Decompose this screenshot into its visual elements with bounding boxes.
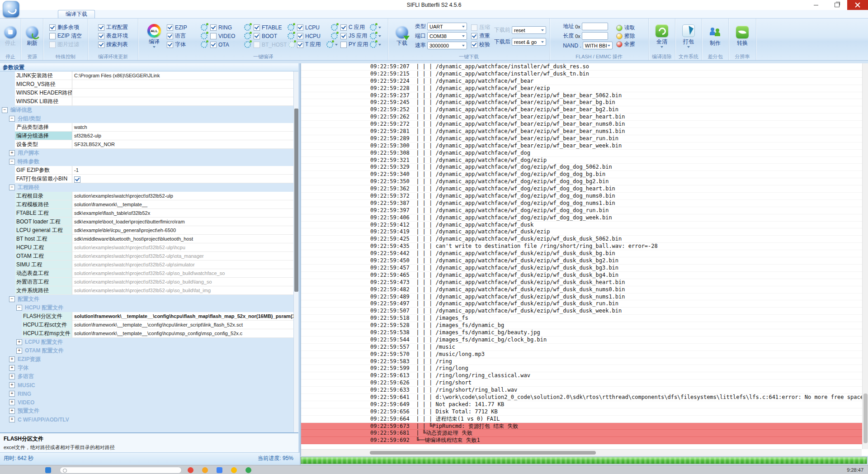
taskbar-app-icon[interactable] [188, 467, 193, 473]
property-value[interactable]: sdk\example\ble\lcpu_general\project\eh-… [72, 226, 293, 235]
checkbox-box[interactable] [297, 42, 303, 48]
checkbox-box[interactable] [167, 42, 173, 48]
expand-icon[interactable]: + [9, 399, 15, 405]
gear-settings-icon[interactable] [331, 24, 338, 31]
maximize-button[interactable] [826, 0, 847, 10]
property-label[interactable]: HCPU工程sct文件 [22, 321, 72, 329]
property-label[interactable]: MICRO_VS路径 [15, 80, 72, 89]
checkbox-item-OTA[interactable]: OTA [209, 40, 252, 49]
download-button[interactable]: 下载 [392, 25, 412, 47]
make-button[interactable]: 制作 [705, 25, 726, 47]
gear-settings-icon[interactable] [370, 41, 377, 48]
led-action-读取[interactable]: 读取 [616, 24, 635, 32]
property-value[interactable] [72, 97, 293, 106]
property-label[interactable]: BT host 工程 [15, 235, 72, 243]
checkbox-box[interactable] [471, 42, 477, 48]
category-row-编译信息[interactable]: −编译信息 [0, 106, 293, 114]
checkbox-box[interactable] [297, 33, 303, 39]
collapse-icon[interactable]: − [2, 107, 8, 113]
taskbar-app-icon[interactable] [231, 467, 237, 473]
taskbar-search-box[interactable] [60, 467, 182, 474]
category-row-MUSIC[interactable]: +MUSIC [0, 381, 293, 389]
checkbox-box[interactable] [98, 24, 104, 31]
refresh-button[interactable]: 刷新 [23, 25, 42, 47]
collapse-icon[interactable]: − [9, 296, 15, 302]
property-label[interactable]: LCPU general 工程 [15, 226, 72, 235]
checkbox-item-HCPU[interactable]: HCPU [296, 32, 339, 40]
property-label[interactable]: FAT打包保留最小BIN [15, 175, 72, 183]
checkbox-box[interactable] [49, 42, 56, 48]
checkbox-item-表盘环境[interactable]: 表盘环境 [97, 32, 129, 40]
checkbox-item-T 应用[interactable]: T 应用 [296, 40, 339, 49]
led-action-擦除[interactable]: 擦除 [616, 32, 635, 40]
app-logo-icon[interactable] [3, 1, 19, 18]
taskbar-app-icon[interactable] [245, 467, 251, 473]
property-label[interactable]: OTAM 工程 [15, 252, 72, 261]
checkbox-box[interactable] [167, 33, 173, 39]
property-value[interactable]: C:\Program Files (x86)\SEGGER\JLink [72, 71, 293, 80]
checkbox-box[interactable] [254, 33, 260, 39]
checkbox-item-校验[interactable]: 校验 [470, 40, 491, 49]
property-value[interactable]: sdk\middleware\bluetooth_host\project\bl… [72, 235, 293, 243]
property-label[interactable]: 工程根目录 [15, 192, 72, 200]
checkbox-item-图片过滤[interactable]: 图片过滤 [48, 40, 83, 49]
checkbox-box[interactable] [167, 24, 173, 31]
checkbox-item-LCPU[interactable]: LCPU [296, 23, 339, 32]
property-value[interactable]: watch [72, 123, 293, 132]
checkbox-item-EZIP 清空[interactable]: EZIP 清空 [48, 32, 83, 40]
expand-icon[interactable]: + [9, 391, 15, 397]
checkbox-item-JS 应用[interactable]: JS 应用 [339, 32, 382, 40]
checkbox-item-BOOT[interactable]: BOOT [252, 32, 296, 40]
checkbox-item-语言[interactable]: 语言 [165, 32, 209, 40]
property-label[interactable]: WINSDK HEADER路径 [15, 89, 72, 97]
taskbar-app-icon[interactable] [217, 467, 222, 473]
address-input[interactable] [582, 23, 608, 30]
gear-settings-icon[interactable] [288, 33, 294, 39]
checkbox-item-压缩[interactable]: 压缩 [470, 23, 491, 32]
property-value[interactable]: solution\framework\__template__\config\h… [72, 329, 293, 338]
checkbox-item-PY 应用[interactable]: PY 应用 [339, 40, 382, 49]
chevron-down-icon[interactable] [335, 44, 338, 46]
collapse-icon[interactable]: − [9, 185, 15, 190]
gear-settings-icon[interactable] [370, 33, 377, 39]
log-output[interactable]: 09:22:59:207 | | | /dynamic_app/watchfac… [301, 63, 868, 456]
property-label[interactable]: JLINK安装路径 [15, 71, 72, 80]
expand-icon[interactable]: + [16, 339, 22, 345]
property-label[interactable]: 文件系统路径 [15, 286, 72, 295]
checkbox-item-查重[interactable]: 查重 [470, 32, 491, 40]
led-action-全擦[interactable]: 全擦 [616, 40, 635, 48]
pre-download-select[interactable]: reset [512, 26, 546, 34]
property-value[interactable]: solution\examples\watch\project\sf32lb52… [72, 278, 293, 286]
property-value[interactable]: solution\framework\__template__\config\h… [72, 321, 293, 329]
category-row-字体[interactable]: +字体 [0, 364, 293, 372]
category-row-RING[interactable]: +RING [0, 389, 293, 398]
category-row-OTAM 配置文件[interactable]: +OTAM 配置文件 [0, 346, 293, 355]
property-value[interactable]: solution\examples\watch\project\sf32lb52… [72, 252, 293, 261]
taskbar-app-icon[interactable] [202, 467, 208, 473]
post-download-select[interactable]: reset & go [512, 38, 546, 46]
property-label[interactable]: 动态表盘工程 [15, 269, 72, 278]
property-label[interactable]: 外置语言工程 [15, 278, 72, 286]
stop-button[interactable]: 停止 [1, 25, 19, 47]
property-value[interactable]: sdk\example\boot_loader\project\butterfl… [72, 218, 293, 226]
gear-settings-icon[interactable] [244, 33, 251, 39]
checkbox-item-搜索列表[interactable]: 搜索列表 [97, 40, 129, 49]
checkbox-item-字体[interactable]: 字体 [165, 40, 209, 49]
property-value[interactable]: solution\examples\watch\project\sf32lb52… [72, 261, 293, 269]
pack-button[interactable]: 打包 [678, 24, 699, 48]
category-row-多语言[interactable]: +多语言 [0, 372, 293, 381]
checkbox-box[interactable] [210, 42, 217, 48]
log-vertical-scrollbar[interactable] [862, 63, 868, 449]
property-label[interactable]: HCPU工程msp文件 [22, 329, 72, 338]
expand-icon[interactable]: + [9, 417, 15, 422]
checkbox-item-工程配置[interactable]: 工程配置 [97, 23, 129, 32]
checkbox-box[interactable] [49, 33, 56, 39]
scrollbar-thumb[interactable] [370, 451, 596, 455]
checkbox-item-C 应用[interactable]: C 应用 [339, 23, 382, 32]
gear-settings-icon[interactable] [331, 33, 338, 39]
checkbox-box[interactable] [98, 33, 104, 39]
checkbox-box[interactable] [340, 33, 347, 39]
minimize-button[interactable] [806, 0, 826, 10]
length-input[interactable] [582, 32, 608, 40]
category-row-用户脚本[interactable]: +用户脚本 [0, 149, 293, 157]
